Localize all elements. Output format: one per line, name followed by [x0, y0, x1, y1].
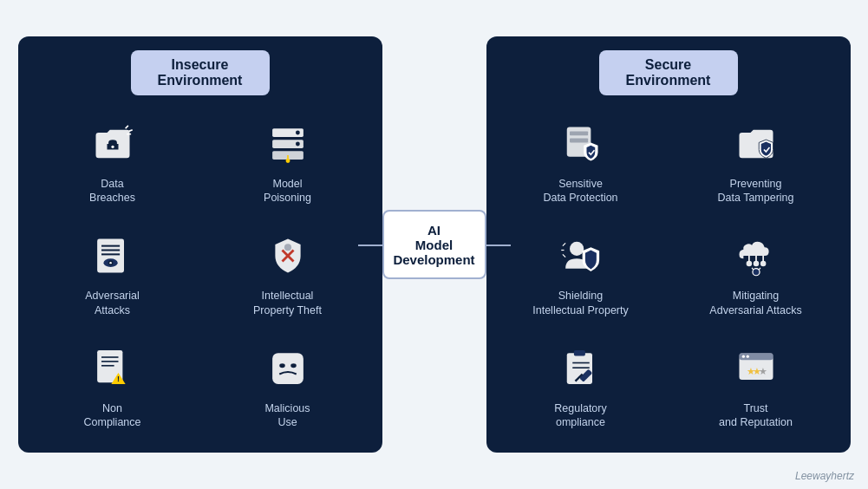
regulatory-icon	[553, 341, 609, 396]
sensitive-data-label: SensitiveData Protection	[543, 177, 617, 205]
svg-text:★: ★	[759, 365, 767, 375]
svg-point-16	[109, 262, 111, 264]
svg-line-32	[562, 244, 565, 246]
non-compliance-icon: !	[85, 341, 140, 396]
svg-point-38	[746, 261, 752, 267]
adversarial-icon	[85, 228, 140, 284]
prevent-tamper-item: PreventingData Tampering	[672, 109, 840, 214]
secure-header: SecureEnvironment	[599, 50, 738, 95]
malicious-icon	[260, 341, 316, 396]
watermark: Leewayhertz	[795, 470, 854, 482]
data-breach-icon	[85, 116, 140, 172]
svg-rect-25	[272, 353, 303, 384]
model-poison-icon	[260, 116, 316, 172]
ip-theft-label: IntellectualProperty Theft	[253, 289, 322, 317]
insecure-header: InsecureEnvironment	[131, 50, 270, 95]
svg-point-19	[284, 244, 290, 251]
svg-point-39	[753, 261, 759, 267]
insecure-items-grid: DataBreaches	[29, 109, 372, 439]
svg-point-40	[760, 261, 766, 267]
shielding-item: ShieldingIntellectual Property	[497, 221, 665, 326]
trust-icon: ★ ★ ★	[728, 341, 784, 396]
adversarial-attacks-label: AdversarialAttacks	[85, 289, 140, 317]
insecure-environment-panel: InsecureEnvironment	[18, 36, 382, 453]
trust-item: ★ ★ ★ Trustand Reputation	[672, 334, 840, 439]
svg-rect-45	[573, 350, 584, 356]
data-breaches-label: DataBreaches	[89, 177, 135, 205]
ip-theft-item: IntellectualProperty Theft	[204, 221, 372, 326]
prevent-tamper-label: PreventingData Tampering	[717, 177, 793, 205]
ip-theft-icon	[260, 228, 316, 284]
svg-line-2	[128, 130, 132, 132]
mitigating-label: MitigatingAdversarial Attacks	[709, 289, 801, 317]
svg-point-31	[570, 242, 584, 256]
malicious-use-label: MaliciousUse	[264, 401, 310, 430]
non-compliance-item: ! NonCompliance	[29, 334, 197, 439]
adversarial-attacks-item: AdversarialAttacks	[29, 221, 197, 326]
svg-line-1	[125, 126, 127, 128]
secure-items-grid: SensitiveData Protection	[497, 109, 840, 439]
svg-rect-30	[570, 139, 588, 143]
svg-point-53	[746, 355, 748, 357]
svg-point-0	[111, 146, 114, 148]
svg-rect-29	[570, 131, 588, 135]
sensitive-data-icon	[553, 116, 609, 172]
non-compliance-label: NonCompliance	[83, 401, 140, 430]
svg-point-8	[295, 142, 299, 147]
svg-point-9	[285, 159, 290, 163]
shielding-icon	[553, 228, 609, 284]
mitigating-item: MitigatingAdversarial Attacks	[672, 221, 840, 326]
diagram-wrapper: InsecureEnvironment	[18, 17, 851, 472]
svg-point-27	[290, 363, 297, 368]
svg-text:!: !	[117, 375, 120, 383]
prevent-tamper-icon	[728, 116, 784, 172]
svg-point-52	[741, 355, 744, 357]
malicious-use-item: MaliciousUse	[204, 334, 372, 439]
shielding-label: ShieldingIntellectual Property	[532, 289, 628, 317]
mitigating-icon	[728, 228, 784, 284]
svg-line-43	[759, 268, 760, 270]
ai-model-center: AIModelDevelopment	[382, 210, 486, 279]
regulatory-item: Regulatoryompliance	[497, 334, 665, 439]
main-container: InsecureEnvironment	[0, 0, 868, 489]
svg-line-34	[562, 255, 565, 258]
center-label: AIModelDevelopment	[393, 223, 474, 267]
model-poisoning-label: ModelPoisoning	[264, 177, 311, 205]
sensitive-data-item: SensitiveData Protection	[497, 109, 665, 214]
svg-point-26	[279, 363, 285, 368]
data-breaches-item: DataBreaches	[29, 109, 197, 214]
regulatory-label: Regulatoryompliance	[554, 401, 606, 430]
svg-rect-10	[97, 239, 124, 273]
model-poisoning-item: ModelPoisoning	[204, 109, 372, 214]
trust-label: Trustand Reputation	[719, 401, 793, 430]
svg-point-7	[295, 131, 299, 135]
secure-environment-panel: SecureEnvironment	[486, 36, 851, 453]
svg-line-42	[752, 268, 754, 270]
